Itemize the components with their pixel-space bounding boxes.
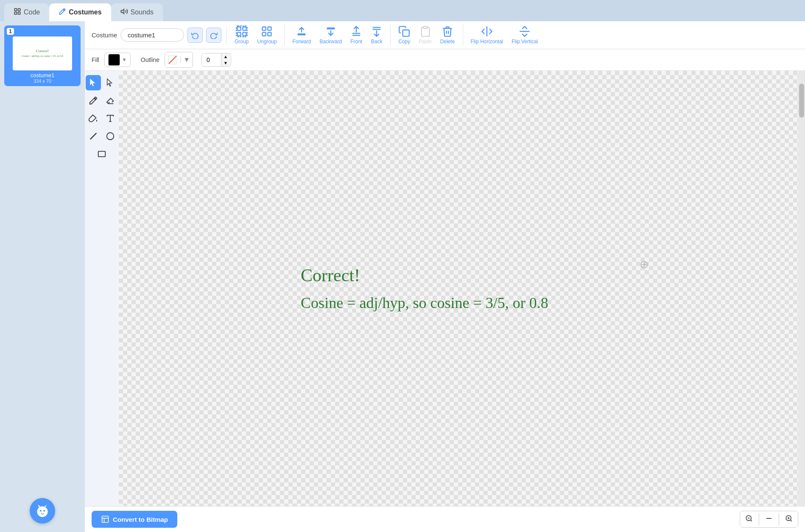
stroke-width-down[interactable]: ▼ bbox=[221, 60, 230, 66]
costume-preview: Correct! Cosine = adj/hyp, so cosine = 3… bbox=[13, 36, 72, 70]
brush-icon bbox=[59, 8, 66, 17]
svg-rect-39 bbox=[102, 516, 109, 523]
svg-line-45 bbox=[790, 520, 791, 521]
tab-bar: Code Costumes Sounds bbox=[0, 0, 805, 21]
tools-panel bbox=[85, 71, 119, 506]
toolbar-row1: Costume bbox=[85, 21, 805, 49]
ungroup-button[interactable]: Ungroup bbox=[254, 25, 279, 45]
reshape-tool[interactable] bbox=[103, 75, 118, 90]
costume-item[interactable]: 1 Correct! Cosine = adj/hyp, so cosine =… bbox=[4, 25, 81, 86]
tab-sounds[interactable]: Sounds bbox=[111, 3, 163, 21]
svg-rect-1 bbox=[18, 8, 20, 11]
tool-row-rect bbox=[94, 146, 109, 162]
flip-v-button[interactable]: Flip Vertical bbox=[509, 25, 540, 45]
scrollbar[interactable] bbox=[798, 71, 805, 506]
redo-button[interactable] bbox=[206, 28, 221, 43]
fill-label: Fill bbox=[92, 56, 99, 63]
text-tool[interactable] bbox=[103, 111, 118, 126]
circle-tool[interactable] bbox=[103, 129, 118, 144]
svg-marker-32 bbox=[90, 79, 95, 86]
costume-size-label: 334 x 70 bbox=[34, 78, 51, 84]
svg-rect-13 bbox=[237, 32, 240, 36]
group-section: Group Ungroup bbox=[232, 25, 285, 45]
stroke-width-input[interactable] bbox=[202, 54, 221, 66]
svg-point-37 bbox=[107, 133, 114, 140]
svg-rect-26 bbox=[403, 30, 409, 36]
costume-name-input[interactable] bbox=[120, 28, 184, 42]
select-tool[interactable] bbox=[86, 75, 101, 90]
svg-rect-11 bbox=[237, 27, 240, 31]
svg-rect-20 bbox=[298, 34, 306, 36]
order-section: Forward Backward bbox=[290, 25, 391, 45]
zoom-divider bbox=[759, 513, 759, 526]
add-sprite-button[interactable]: + bbox=[30, 498, 55, 524]
edit-section: Copy Paste bbox=[396, 25, 463, 45]
undo-button[interactable] bbox=[187, 28, 203, 43]
forward-button[interactable]: Forward bbox=[290, 25, 313, 45]
fill-color-button[interactable]: ▼ bbox=[104, 53, 131, 67]
costume-name-label: costume1 bbox=[31, 72, 54, 78]
stroke-width-up[interactable]: ▲ bbox=[221, 53, 230, 60]
zoom-divider2 bbox=[779, 513, 779, 526]
svg-rect-16 bbox=[263, 27, 266, 31]
tab-code[interactable]: Code bbox=[4, 3, 49, 21]
fill-dropdown-arrow: ▼ bbox=[122, 57, 127, 63]
drawing-canvas[interactable]: Correct! Cosine = adj/hyp, so cosine = 3… bbox=[119, 71, 798, 506]
toolbar-row2: Fill ▼ Outline ▼ ▲ bbox=[85, 49, 805, 71]
copy-button[interactable]: Copy bbox=[396, 25, 413, 45]
svg-rect-2 bbox=[14, 12, 17, 14]
convert-bitmap-button[interactable]: Convert to Bitmap bbox=[92, 511, 177, 528]
canvas-content: Correct! Cosine = adj/hyp, so cosine = 3… bbox=[301, 265, 548, 312]
delete-button[interactable]: Delete bbox=[438, 25, 458, 45]
svg-rect-3 bbox=[18, 12, 20, 14]
brush-tool[interactable] bbox=[86, 93, 101, 108]
costume-field-label: Costume bbox=[92, 31, 117, 39]
svg-marker-33 bbox=[107, 79, 112, 86]
eraser-tool[interactable] bbox=[103, 93, 118, 108]
tab-costumes[interactable]: Costumes bbox=[49, 3, 111, 21]
canvas-text-cosine: Cosine = adj/hyp, so cosine = 3/5, or 0.… bbox=[301, 294, 548, 312]
svg-rect-14 bbox=[243, 32, 246, 36]
tool-row-fill bbox=[86, 111, 118, 126]
outline-color-button[interactable]: ▼ bbox=[165, 52, 193, 68]
svg-marker-8 bbox=[38, 504, 40, 507]
zoom-in-button[interactable] bbox=[780, 511, 798, 527]
right-panel: Costume bbox=[85, 21, 805, 532]
zoom-controls bbox=[740, 511, 798, 528]
outline-dropdown-arrow: ▼ bbox=[180, 56, 193, 64]
scrollbar-thumb[interactable] bbox=[799, 84, 804, 118]
zoom-reset-button[interactable] bbox=[760, 511, 778, 527]
fill-tool[interactable] bbox=[86, 111, 101, 126]
tool-row-select bbox=[86, 75, 118, 90]
group-button[interactable]: Group bbox=[232, 25, 251, 45]
costume-name-section: Costume bbox=[92, 28, 227, 43]
speaker-icon bbox=[120, 8, 128, 17]
flip-h-button[interactable]: Flip Horizontal bbox=[468, 25, 506, 45]
bottom-bar: Convert to Bitmap bbox=[85, 506, 805, 532]
tab-costumes-label: Costumes bbox=[69, 8, 101, 16]
svg-rect-0 bbox=[14, 8, 17, 11]
back-button[interactable]: Back bbox=[368, 25, 385, 45]
zoom-out-button[interactable] bbox=[740, 511, 758, 527]
stroke-width-input-wrap: ▲ ▼ bbox=[201, 53, 231, 67]
preview-cosine: Cosine = adj/hyp, so cosine = 3/5, or 0.… bbox=[22, 55, 63, 58]
canvas-text-correct: Correct! bbox=[301, 265, 548, 286]
outline-label: Outline bbox=[141, 56, 159, 63]
line-tool[interactable] bbox=[86, 129, 101, 144]
backward-button[interactable]: Backward bbox=[317, 25, 344, 45]
flip-section: Flip Horizontal Flip Vertical bbox=[468, 25, 546, 45]
costume-list: 1 Correct! Cosine = adj/hyp, so cosine =… bbox=[0, 21, 85, 532]
svg-line-41 bbox=[750, 520, 752, 521]
code-icon bbox=[14, 8, 21, 17]
main-area: 1 Correct! Cosine = adj/hyp, so cosine =… bbox=[0, 21, 805, 532]
svg-marker-4 bbox=[121, 9, 124, 14]
svg-point-6 bbox=[40, 510, 42, 512]
svg-rect-21 bbox=[327, 28, 335, 30]
svg-rect-12 bbox=[243, 27, 246, 31]
rect-tool[interactable] bbox=[94, 146, 109, 162]
preview-correct: Correct! bbox=[22, 49, 63, 54]
canvas-area: Correct! Cosine = adj/hyp, so cosine = 3… bbox=[85, 71, 805, 506]
paste-button[interactable]: Paste bbox=[416, 25, 434, 45]
svg-line-36 bbox=[90, 133, 97, 140]
front-button[interactable]: Front bbox=[348, 25, 365, 45]
